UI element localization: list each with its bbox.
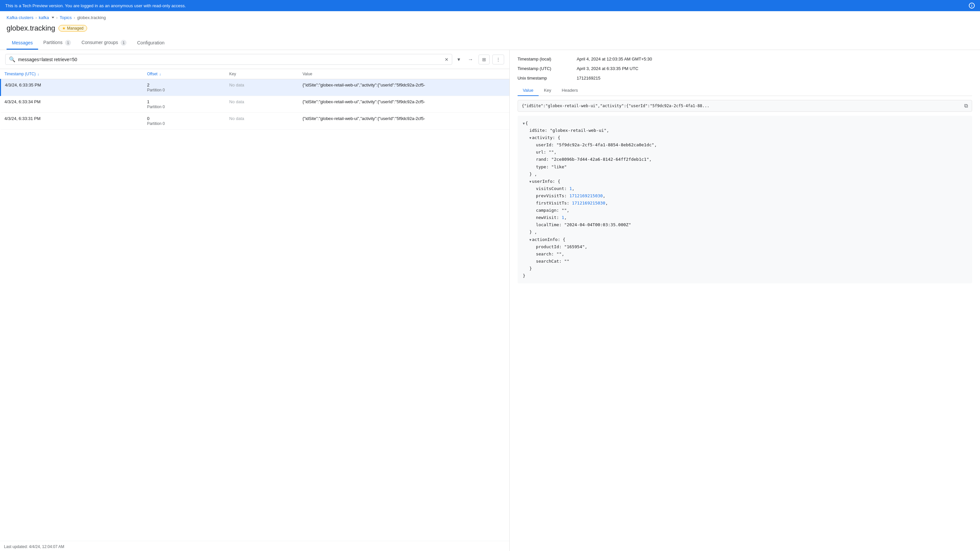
managed-badge-star: ★ xyxy=(62,26,66,30)
managed-badge-label: Managed xyxy=(67,26,83,30)
col-timestamp[interactable]: Timestamp (UTC) ↓ xyxy=(1,69,143,79)
messages-table-area: Timestamp (UTC) ↓ Offset ↓ Key Value xyxy=(0,69,509,541)
columns-button[interactable]: ⊞ xyxy=(479,54,490,64)
detail-tab-value[interactable]: Value xyxy=(518,85,539,96)
breadcrumb-kafka-clusters[interactable]: Kafka clusters xyxy=(6,15,33,20)
detail-tab-key[interactable]: Key xyxy=(539,85,556,96)
right-panel: Timestamp (local) April 4, 2024 at 12:03… xyxy=(510,50,980,551)
breadcrumb-topics[interactable]: Topics xyxy=(59,15,72,20)
managed-badge: ★ Managed xyxy=(59,25,87,32)
breadcrumb-sep2: › xyxy=(56,15,57,20)
sort-offset-icon: ↓ xyxy=(159,72,161,76)
partitions-badge: 1 xyxy=(65,40,71,46)
timestamp-utc-value: April 3, 2024 at 6:33:35 PM UTC xyxy=(577,66,638,71)
cell-key: No data xyxy=(226,79,299,96)
detail-tabs: Value Key Headers xyxy=(518,85,972,96)
timestamp-local-label: Timestamp (local) xyxy=(518,57,577,62)
tabs-bar: Messages Partitions 1 Consumer groups 1 … xyxy=(0,37,980,50)
cell-value: {"idSite":"globex-retail-web-ui","activi… xyxy=(298,79,509,96)
col-offset[interactable]: Offset ↓ xyxy=(143,69,225,79)
unix-value: 1712169215 xyxy=(577,76,600,81)
breadcrumb-kafka[interactable]: kafka xyxy=(39,15,49,20)
left-panel: 🔍 ✕ ▾ → ⊞ ⋮ Timestamp (UTC) ↓ xyxy=(0,50,510,551)
search-input-wrap: 🔍 ✕ xyxy=(5,54,452,65)
breadcrumb-current: globex.tracking xyxy=(77,15,106,20)
copy-button[interactable]: ⧉ xyxy=(964,103,968,109)
unix-label: Unix timestamp xyxy=(518,76,577,81)
search-go-button[interactable]: → xyxy=(465,55,476,64)
col-key: Key xyxy=(226,69,299,79)
table-row[interactable]: 4/3/24, 6:33:31 PM 0Partition 0 No data … xyxy=(1,113,509,129)
more-options-button[interactable]: ⋮ xyxy=(492,54,504,64)
search-icon: 🔍 xyxy=(9,56,16,62)
breadcrumb: Kafka clusters › kafka › Topics › globex… xyxy=(0,11,980,22)
col-value: Value xyxy=(298,69,509,79)
dropdown-button[interactable]: ▾ xyxy=(455,55,463,64)
meta-timestamp-local: Timestamp (local) April 4, 2024 at 12:03… xyxy=(518,57,972,62)
main-content: 🔍 ✕ ▾ → ⊞ ⋮ Timestamp (UTC) ↓ xyxy=(0,50,980,551)
cell-offset: 0Partition 0 xyxy=(143,113,225,129)
cell-timestamp: 4/3/24, 6:33:31 PM xyxy=(1,113,143,129)
cell-value: {"idSite":"globex-retail-web-ui","activi… xyxy=(298,96,509,113)
json-preview-bar: {"idSite":"globex-retail-web-ui","activi… xyxy=(518,100,972,112)
cell-timestamp: 4/3/24, 6:33:35 PM xyxy=(1,79,143,96)
tab-messages[interactable]: Messages xyxy=(6,37,38,49)
cell-key: No data xyxy=(226,113,299,129)
cell-timestamp: 4/3/24, 6:33:34 PM xyxy=(1,96,143,113)
detail-tab-headers[interactable]: Headers xyxy=(556,85,583,96)
json-tree: ▼{ idSite: "globex-retail-web-ui", ▼acti… xyxy=(518,116,972,283)
last-updated: Last updated: 4/4/24, 12:04:07 AM xyxy=(0,541,509,551)
tab-partitions[interactable]: Partitions 1 xyxy=(38,37,76,50)
cell-offset: 1Partition 0 xyxy=(143,96,225,113)
search-bar: 🔍 ✕ ▾ → ⊞ ⋮ xyxy=(0,50,509,69)
timestamp-local-value: April 4, 2024 at 12:03:35 AM GMT+5:30 xyxy=(577,57,652,62)
breadcrumb-sep3: › xyxy=(74,15,75,20)
meta-unix-timestamp: Unix timestamp 1712169215 xyxy=(518,76,972,81)
cell-value: {"idSite":"globex-retail-web-ui","activi… xyxy=(298,113,509,129)
page-title: globex.tracking xyxy=(6,24,55,33)
table-row[interactable]: 4/3/24, 6:33:34 PM 1Partition 0 No data … xyxy=(1,96,509,113)
timestamp-utc-label: Timestamp (UTC) xyxy=(518,66,577,71)
info-icon: i xyxy=(969,3,975,8)
tab-configuration[interactable]: Configuration xyxy=(132,37,170,49)
search-input[interactable] xyxy=(18,57,442,62)
page-title-row: globex.tracking ★ Managed xyxy=(0,22,980,37)
sort-timestamp-icon: ↓ xyxy=(37,72,40,76)
clear-button[interactable]: ✕ xyxy=(445,57,449,62)
table-row[interactable]: 4/3/24, 6:33:35 PM 2Partition 0 No data … xyxy=(1,79,509,96)
messages-table: Timestamp (UTC) ↓ Offset ↓ Key Value xyxy=(0,69,509,129)
tab-consumer-groups[interactable]: Consumer groups 1 xyxy=(76,37,132,50)
cell-offset: 2Partition 0 xyxy=(143,79,225,96)
top-banner: This is a Tech Preview version. You are … xyxy=(0,0,980,11)
cell-key: No data xyxy=(226,96,299,113)
meta-timestamp-utc: Timestamp (UTC) April 3, 2024 at 6:33:35… xyxy=(518,66,972,71)
consumer-groups-badge: 1 xyxy=(121,40,127,46)
json-preview-text: {"idSite":"globex-retail-web-ui","activi… xyxy=(522,104,962,108)
breadcrumb-sep1: › xyxy=(35,15,37,20)
banner-text: This is a Tech Preview version. You are … xyxy=(5,3,186,8)
breadcrumb-dropdown-arrow[interactable] xyxy=(52,17,54,18)
